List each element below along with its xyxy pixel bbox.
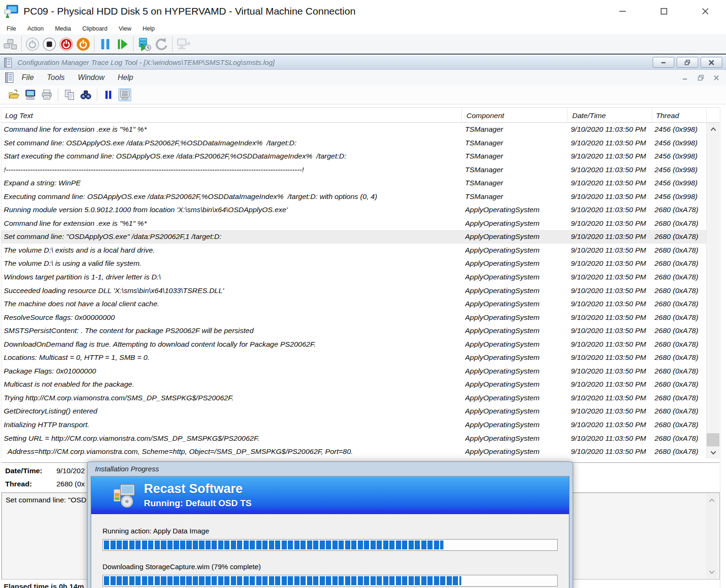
maximize-button[interactable] (643, 0, 685, 23)
log-row[interactable]: DownloadOnDemand flag is true. Attemptin… (1, 338, 706, 351)
revert-icon[interactable] (153, 36, 169, 52)
log-cell: 2680 (0xA78) (655, 297, 705, 311)
log-row[interactable]: Command line for extension .exe is "%1" … (1, 217, 706, 230)
vm-menu-help[interactable]: Help (142, 25, 155, 32)
log-cell: Address=http://CM.corp.viamonstra.com, S… (4, 445, 461, 459)
cmtrace-window-controls (653, 57, 722, 68)
log-row[interactable]: GetDirectoryListing() enteredApplyOperat… (1, 405, 706, 418)
log-row[interactable]: Multicast is not enabled for the package… (1, 378, 706, 391)
scroll-down-arrow[interactable] (707, 446, 719, 459)
vm-menu-media[interactable]: Media (55, 25, 71, 32)
start-icon[interactable] (24, 36, 40, 52)
log-cell: ResolveSource flags: 0x00000000 (4, 311, 461, 325)
mdi-minimize-icon[interactable] (682, 75, 688, 81)
log-row[interactable]: Initializing HTTP transport.ApplyOperati… (1, 418, 706, 432)
find-icon[interactable] (79, 88, 92, 101)
log-row[interactable]: Set command line: OSDApplyOS.exe /data:P… (1, 136, 706, 150)
print-icon[interactable] (40, 88, 53, 101)
log-cell: ApplyOperatingSystem (465, 351, 567, 365)
cmtrace-menu-tools[interactable]: Tools (47, 73, 65, 81)
checkpoint-icon[interactable] (136, 36, 152, 52)
cmtrace-menu-file[interactable]: File (22, 73, 34, 81)
log-row[interactable]: Expand a string: WinPETSManager9/10/2020… (1, 176, 706, 190)
datetime-label: Date/Time: (5, 467, 42, 475)
ctrl-alt-del-icon[interactable] (2, 36, 18, 52)
close-button[interactable] (685, 0, 726, 23)
cmtrace-menu-window[interactable]: Window (78, 73, 104, 81)
scroll-down-arrow[interactable] (706, 566, 718, 578)
scroll-up-arrow[interactable] (706, 494, 718, 506)
log-cell: Initializing HTTP transport. (4, 418, 461, 432)
log-cell: 2680 (0xA78) (655, 351, 705, 365)
cmtrace-menu-help[interactable]: Help (118, 73, 133, 81)
log-row[interactable]: Succeeded loading resource DLL 'X:\sms\b… (1, 284, 706, 298)
installation-progress-dialog: Installation Progress Recast Software Ru… (87, 461, 573, 588)
log-row[interactable]: Trying http://CM.corp.viamonstra.com/SMS… (1, 391, 706, 405)
scroll-up-arrow[interactable] (707, 123, 719, 135)
column-header-date-time[interactable]: Date/Time (572, 108, 606, 123)
log-row[interactable]: The machine does not have a local client… (1, 297, 706, 311)
vm-menu-view[interactable]: View (118, 25, 131, 32)
tail-icon[interactable] (118, 88, 131, 101)
vm-toolbar (0, 34, 726, 55)
minimize-icon (660, 59, 667, 66)
detail-scrollbar[interactable] (706, 494, 718, 578)
log-row[interactable]: The volume D:\ exists and is a local har… (1, 244, 706, 257)
cmtrace-close-button[interactable] (701, 57, 722, 68)
dialog-title: Installation Progress (95, 462, 159, 476)
log-cell: 2680 (0xA78) (655, 257, 705, 270)
column-header-component[interactable]: Component (466, 108, 504, 123)
power-icon[interactable] (75, 36, 91, 52)
view-icon[interactable] (24, 88, 37, 101)
log-row[interactable]: Package Flags: 0x01000000ApplyOperatingS… (1, 365, 706, 378)
vm-menu-action[interactable]: Action (27, 25, 44, 32)
log-cell: 9/10/2020 11:03:50 PM (571, 203, 652, 217)
pause-icon[interactable] (102, 88, 115, 101)
log-row[interactable]: Locations: Multicast = 0, HTTP = 1, SMB … (1, 351, 706, 365)
log-cell: Package Flags: 0x01000000 (4, 365, 461, 378)
minimize-button[interactable] (602, 0, 643, 23)
pause-icon-vm[interactable] (97, 36, 113, 52)
open-icon[interactable] (8, 88, 20, 101)
copy-icon[interactable] (63, 88, 76, 101)
log-row[interactable]: Command line for extension .exe is "%1" … (1, 123, 706, 136)
reset-icon[interactable] (114, 36, 130, 52)
enhanced-session-icon[interactable] (175, 36, 191, 52)
virtual-machine-connection-window: PC09 - Physical HDD Disk 5 on HYPERVAMD … (0, 0, 726, 588)
log-row[interactable]: !---------------------------------------… (1, 163, 706, 177)
log-cell: 9/10/2020 11:03:50 PM (571, 418, 652, 432)
mdi-restore-icon[interactable] (698, 75, 704, 81)
log-cell: 9/10/2020 11:03:50 PM (571, 163, 652, 177)
log-row[interactable]: ResolveSource flags: 0x00000000ApplyOper… (1, 311, 706, 325)
log-row[interactable]: Start executing the command line: OSDApp… (1, 150, 706, 163)
shutdown-icon[interactable] (58, 36, 74, 52)
scroll-thumb[interactable] (707, 433, 719, 446)
vm-titlebar: PC09 - Physical HDD Disk 5 on HYPERVAMD … (0, 0, 726, 23)
log-scrollbar[interactable] (707, 123, 719, 459)
cmtrace-restore-button[interactable] (677, 57, 698, 68)
column-header-thread[interactable]: Thread (656, 108, 679, 123)
log-row[interactable]: Set command line: "OSDApplyOS.exe" /data… (1, 230, 706, 244)
dialog-brand: Recast Software (144, 482, 243, 496)
log-cell: 2680 (0xA78) (655, 311, 705, 325)
log-cell: 2680 (0xA78) (655, 405, 705, 418)
log-cell: 2680 (0xA78) (655, 270, 705, 284)
log-row[interactable]: Address=http://CM.corp.viamonstra.com, S… (1, 445, 706, 459)
vm-menu-clipboard[interactable]: Clipboard (82, 25, 108, 32)
vm-menu-file[interactable]: File (7, 25, 16, 32)
log-cell: TSManager (465, 150, 567, 163)
log-cell: 9/10/2020 11:03:50 PM (571, 365, 652, 378)
mdi-close-icon[interactable] (713, 75, 719, 81)
log-row[interactable]: Setting URL = http://CM.corp.viamonstra.… (1, 432, 706, 445)
log-cell: 9/10/2020 11:03:50 PM (571, 190, 652, 204)
cmtrace-minimize-button[interactable] (653, 57, 674, 68)
log-row[interactable]: Executing command line: OSDApplyOS.exe /… (1, 190, 706, 204)
log-row[interactable]: The volume D:\ is using a valid file sys… (1, 257, 706, 270)
log-cell: ApplyOperatingSystem (465, 432, 567, 445)
log-cell: 2680 (0xA78) (655, 445, 705, 459)
log-row[interactable]: Running module version 5.0.9012.1000 fro… (1, 203, 706, 217)
column-header-log-text[interactable]: Log Text (5, 108, 33, 123)
log-row[interactable]: SMSTSPersistContent: . The content for p… (1, 324, 706, 338)
log-row[interactable]: Windows target partition is 1-1, driver … (1, 270, 706, 284)
turn-off-icon[interactable] (41, 36, 57, 52)
